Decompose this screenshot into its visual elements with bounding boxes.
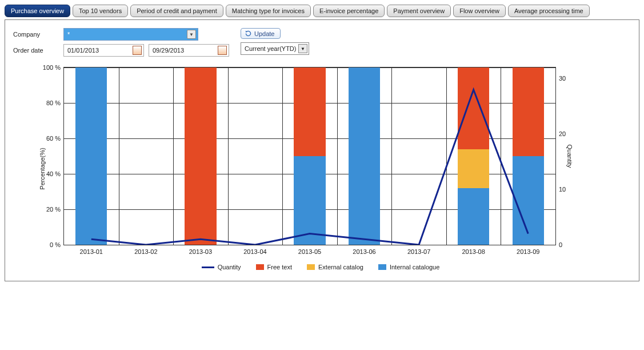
y-axis-left-title: Percentage(%) [39,148,46,189]
x-tick: 2013-01 [80,248,103,255]
date-range-value: Current year(YTD) [245,45,296,52]
chart-area: Percentage(%) Quantity 0 %20 %40 %60 %80… [46,67,595,271]
x-tick: 2013-03 [189,248,212,255]
company-label: Company [13,31,59,38]
tab-flow-overview[interactable]: Flow overview [453,5,506,17]
date-range-select[interactable]: Current year(YTD) ▼ [241,42,309,55]
tab-purchase-overview[interactable]: Purchase overview [5,5,70,17]
date-from-value: 01/01/2013 [67,47,99,54]
x-tick: 2013-04 [243,248,266,255]
quantity-line [64,67,555,245]
chevron-down-icon: ▼ [298,44,307,53]
x-tick: 2013-05 [298,248,321,255]
x-tick: 2013-02 [134,248,157,255]
tab-bar: Purchase overviewTop 10 vendorsPeriod of… [5,5,639,17]
x-tick: 2013-07 [407,248,430,255]
y-left-tick: 0 % [50,241,61,248]
filter-bar: Company * ▼ Order date 01/01/2013 09/29/… [13,28,632,57]
y-left-tick: 20 % [46,206,61,213]
legend-swatch [202,267,214,268]
tab-e-invoice-pct[interactable]: E-invoice percentage [313,5,385,17]
content-panel: Company * ▼ Order date 01/01/2013 09/29/… [5,19,639,281]
y-right-tick: 20 [559,130,566,137]
update-button[interactable]: Update [241,28,281,39]
company-select[interactable]: * ▼ [63,28,198,41]
legend-label: Internal catalogue [390,264,439,271]
legend-label: Free text [267,264,292,271]
y-right-tick: 0 [559,241,562,248]
chevron-down-icon: ▼ [187,30,196,39]
tab-payment-overview[interactable]: Payment overview [387,5,451,17]
y-right-tick: 10 [559,186,566,193]
y-left-tick: 100 % [43,64,61,71]
refresh-icon [245,30,252,37]
legend-item: Quantity [202,264,241,271]
x-tick: 2013-08 [462,248,485,255]
date-from-input[interactable]: 01/01/2013 [63,44,144,57]
calendar-icon [133,46,142,55]
tab-top-10-vendors[interactable]: Top 10 vendors [73,5,128,17]
calendar-icon [218,46,227,55]
legend-swatch [256,264,264,270]
tab-period-of-credit[interactable]: Period of credit and payment [130,5,223,17]
company-select-value: * [67,31,70,38]
legend-swatch [307,264,315,270]
y-axis-right-title: Quantity [567,145,574,168]
legend-item: External catalog [307,264,363,271]
date-to-value: 09/29/2013 [153,47,184,54]
legend-label: External catalog [318,264,363,271]
x-tick: 2013-09 [517,248,539,255]
y-left-tick: 40 % [46,170,61,177]
y-left-tick: 60 % [46,135,61,142]
y-right-tick: 30 [559,75,566,82]
date-to-input[interactable]: 09/29/2013 [149,44,229,57]
legend-swatch [378,264,386,270]
update-button-label: Update [254,30,274,37]
legend-label: Quantity [218,264,241,271]
x-tick: 2013-06 [353,248,375,255]
chart-legend: QuantityFree textExternal catalogInterna… [46,264,595,271]
tab-avg-processing[interactable]: Average processing time [508,5,590,17]
legend-item: Internal catalogue [378,264,439,271]
y-left-tick: 80 % [46,100,61,106]
tab-matching-type[interactable]: Matching type for invoices [226,5,311,17]
order-date-label: Order date [13,47,59,54]
legend-item: Free text [256,264,292,271]
